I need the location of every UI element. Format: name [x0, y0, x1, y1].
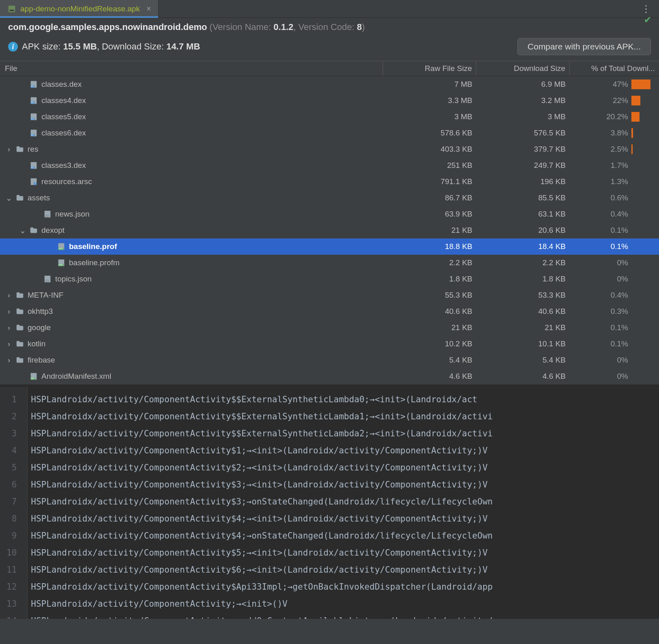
chevron-right-icon[interactable]: › — [6, 356, 12, 365]
percent-text: 0.1% — [596, 242, 628, 251]
tree-row-file-cell: 01classes6.dex — [0, 129, 383, 137]
percent-bar-cell — [631, 128, 655, 138]
download-size: 196 KB — [476, 177, 570, 186]
tree-row[interactable]: ›okhttp340.6 KB40.6 KB0.3% — [0, 303, 659, 320]
file-name: google — [28, 323, 51, 332]
percent-cell: 20.2% — [570, 112, 659, 122]
line-number: 10 — [6, 544, 17, 561]
code-line: HSPLandroidx/activity/ComponentActivity$… — [31, 425, 656, 442]
percent-cell: 1.3% — [570, 177, 659, 186]
code-line: HSPLandroidx/activity/ComponentActivity$… — [31, 561, 656, 578]
line-number: 11 — [6, 561, 17, 578]
line-number: 1 — [6, 391, 17, 408]
tree-row[interactable]: ›kotlin10.2 KB10.1 KB0.1% — [0, 336, 659, 352]
file-name: okhttp3 — [28, 307, 53, 316]
download-size: 85.5 KB — [476, 193, 570, 202]
tree-row[interactable]: MFAndroidManifest.xml4.6 KB4.6 KB0% — [0, 368, 659, 384]
tab-apk-analyzer[interactable]: app-demo-nonMinifiedRelease.apk × — [0, 0, 159, 17]
percent-text: 2.5% — [596, 145, 628, 154]
chevron-right-icon[interactable]: › — [6, 145, 12, 154]
percent-text: 0.1% — [596, 339, 628, 348]
svg-text:HPR: HPR — [59, 248, 63, 250]
percent-text: 0.1% — [596, 323, 628, 332]
close-icon[interactable]: × — [146, 4, 151, 13]
percent-text: 20.2% — [596, 112, 628, 121]
tree-row[interactable]: {}news.json63.9 KB63.1 KB0.4% — [0, 206, 659, 222]
code-line: HSPLandroidx/activity/ComponentActivity;… — [31, 612, 656, 619]
file-name: META-INF — [28, 291, 63, 300]
tree-row[interactable]: ›google21 KB21 KB0.1% — [0, 320, 659, 336]
file-name: classes4.dex — [41, 96, 86, 105]
tree-row[interactable]: ?resources.arsc791.1 KB196 KB1.3% — [0, 174, 659, 190]
chevron-down-icon[interactable]: ⌄ — [6, 193, 12, 203]
column-header-download-size[interactable]: Download Size — [476, 61, 570, 76]
chevron-right-icon[interactable]: › — [6, 323, 12, 332]
chevron-right-icon[interactable]: › — [6, 339, 12, 348]
tree-row[interactable]: 01classes3.dex251 KB249.7 KB1.7% — [0, 157, 659, 174]
arsc-icon: ? — [29, 177, 38, 186]
tree-row[interactable]: 01classes5.dex3 MB3 MB20.2% — [0, 109, 659, 125]
tree-row[interactable]: 01classes.dex7 MB6.9 MB47% — [0, 76, 659, 92]
tree-row[interactable]: ›firebase5.4 KB5.4 KB0% — [0, 352, 659, 368]
version-name-value: 0.1.2 — [274, 22, 293, 32]
svg-text:{}: {} — [45, 279, 49, 283]
raw-size: 578.6 KB — [383, 129, 476, 137]
download-size: 21 KB — [476, 323, 570, 332]
line-number: 3 — [6, 425, 17, 442]
svg-text:01: 01 — [31, 85, 34, 88]
percent-cell: 0.4% — [570, 210, 659, 219]
column-header-percent[interactable]: % of Total Downl... — [570, 61, 659, 76]
file-content-viewer[interactable]: HSPLandroidx/activity/ComponentActivity$… — [28, 387, 659, 619]
line-number: 7 — [6, 493, 17, 510]
svg-text:01: 01 — [31, 166, 34, 169]
apk-size-label: APK size: — [22, 41, 60, 52]
file-name: firebase — [28, 356, 55, 365]
download-size: 4.6 KB — [476, 372, 570, 381]
percent-text: 3.8% — [596, 129, 628, 137]
percent-bar-cell — [631, 112, 655, 122]
line-number: 9 — [6, 527, 17, 544]
download-size: 3 MB — [476, 112, 570, 121]
column-header-file[interactable]: File — [0, 61, 383, 76]
percent-bar — [631, 144, 633, 154]
raw-size: 21 KB — [383, 226, 476, 235]
raw-size: 21 KB — [383, 323, 476, 332]
tree-row[interactable]: HPRbaseline.profm2.2 KB2.2 KB0% — [0, 255, 659, 271]
percent-bar-cell — [631, 144, 655, 154]
tree-row[interactable]: 01classes6.dex578.6 KB576.5 KB3.8% — [0, 125, 659, 141]
tree-row[interactable]: ›res403.3 KB379.7 KB2.5% — [0, 141, 659, 157]
file-name: resources.arsc — [41, 177, 92, 186]
raw-size: 55.3 KB — [383, 291, 476, 300]
tree-row[interactable]: ⌄dexopt21 KB20.6 KB0.1% — [0, 222, 659, 238]
percent-cell: 47% — [570, 79, 659, 89]
file-preview-panel: 1234567891011121314 HSPLandroidx/activit… — [0, 384, 659, 619]
line-number: 8 — [6, 510, 17, 527]
tree-row-file-cell: 01classes5.dex — [0, 112, 383, 121]
column-header-raw-size[interactable]: Raw File Size — [383, 61, 476, 76]
chevron-down-icon[interactable]: ⌄ — [19, 226, 26, 235]
version-name-label: Version Name: — [213, 22, 271, 32]
raw-size: 86.7 KB — [383, 193, 476, 202]
raw-size: 251 KB — [383, 161, 476, 170]
tree-row[interactable]: HPRbaseline.prof18.8 KB18.4 KB0.1% — [0, 238, 659, 255]
percent-cell: 0.4% — [570, 291, 659, 300]
percent-cell: 22% — [570, 96, 659, 105]
apk-size-value: 15.5 MB — [63, 41, 97, 52]
chevron-right-icon[interactable]: › — [6, 291, 12, 300]
file-name: news.json — [55, 210, 90, 219]
tree-row[interactable]: ⌄assets86.7 KB85.5 KB0.6% — [0, 190, 659, 206]
percent-cell: 3.8% — [570, 128, 659, 138]
compare-apk-button[interactable]: Compare with previous APK... — [517, 38, 651, 55]
tree-row[interactable]: 01classes4.dex3.3 MB3.2 MB22% — [0, 92, 659, 109]
tree-row-file-cell: ›kotlin — [0, 339, 383, 348]
file-name: baseline.profm — [69, 258, 120, 267]
download-size: 3.2 MB — [476, 96, 570, 105]
apk-header: com.google.samples.apps.nowinandroid.dem… — [0, 18, 659, 58]
code-line: HSPLandroidx/activity/ComponentActivity$… — [31, 510, 656, 527]
chevron-right-icon[interactable]: › — [6, 307, 12, 316]
svg-text:01: 01 — [31, 134, 34, 136]
download-size: 20.6 KB — [476, 226, 570, 235]
tree-row[interactable]: {}topics.json1.8 KB1.8 KB0% — [0, 271, 659, 287]
tree-row-file-cell: ›META-INF — [0, 291, 383, 300]
tree-row[interactable]: ›META-INF55.3 KB53.3 KB0.4% — [0, 287, 659, 303]
